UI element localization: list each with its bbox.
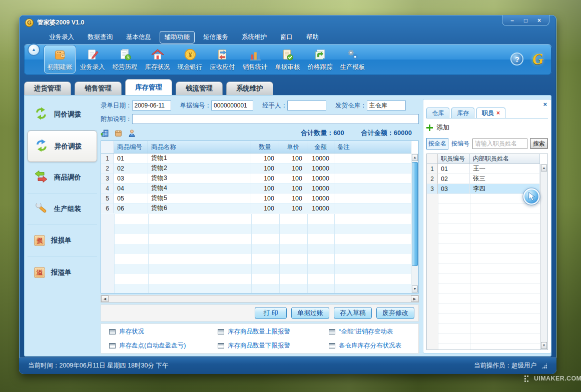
tab-cashflow[interactable]: 钱流管理 xyxy=(176,82,223,95)
scroll-right-icon[interactable]: ▶ xyxy=(411,296,418,302)
resize-grip[interactable] xyxy=(541,363,547,369)
close-panel-icon[interactable]: × xyxy=(543,101,547,108)
search-button[interactable]: 搜索 xyxy=(530,138,548,149)
menu-system-maintenance[interactable]: 系统维护 xyxy=(237,31,272,44)
close-tab-icon[interactable]: × xyxy=(496,110,500,116)
menu-sms-service[interactable]: 短信服务 xyxy=(198,31,233,44)
toolbar-button-voucher-audit[interactable]: 单据审核 xyxy=(272,46,303,74)
discard-changes-button[interactable]: 废弃修改 xyxy=(376,307,414,319)
toolbar-button-production-template[interactable]: 生产模板 xyxy=(337,46,368,74)
sidebar-label: 异价调拨 xyxy=(55,142,82,151)
toolbar-button-price-tracking[interactable]: 价格跟踪 xyxy=(304,46,336,74)
scroll-left-icon[interactable]: ◀ xyxy=(101,296,109,302)
overflow-stamp-icon: 溢 xyxy=(34,267,45,278)
minimize-button[interactable]: – xyxy=(505,16,519,26)
doc-no-input[interactable] xyxy=(211,100,253,110)
sidebar-item-loss-report[interactable]: 损 报损单 xyxy=(28,225,97,256)
link-inventory-status[interactable]: 库存状况 xyxy=(109,328,218,336)
post-voucher-button[interactable]: 单据过账 xyxy=(291,307,329,319)
tab-stock[interactable]: 库存 xyxy=(451,108,474,118)
toolbar-button-sales-statistics[interactable]: 销售统计 xyxy=(239,46,271,74)
add-row[interactable]: 添加 xyxy=(426,122,548,133)
wallet-icon xyxy=(53,48,67,62)
menu-data-query[interactable]: 数据查询 xyxy=(83,31,118,44)
sidebar-item-production-assembly[interactable]: 生产组装 xyxy=(28,194,97,225)
close-button[interactable]: × xyxy=(532,16,546,26)
warehouse-label: 发货仓库： xyxy=(335,102,367,110)
link-stocktake[interactable]: 库存盘点(自动盘盈盘亏) xyxy=(109,342,218,350)
goods-box-icon[interactable] xyxy=(114,129,123,138)
link-qty-upper-limit-alarm[interactable]: 库存商品数量上限报警 xyxy=(218,328,329,336)
table-row[interactable]: 505货物510010010000 xyxy=(101,194,411,204)
date-input[interactable] xyxy=(132,100,171,110)
table-row[interactable]: 404货物410010010000 xyxy=(101,184,411,194)
sidebar-item-overflow-report[interactable]: 溢 报溢单 xyxy=(28,256,97,288)
tab-employee[interactable]: 职员× xyxy=(476,108,505,118)
header-row-number xyxy=(427,154,438,164)
tab-system[interactable]: 系统维护 xyxy=(226,82,273,95)
link-qty-lower-limit-alarm[interactable]: 库存商品数量下限报警 xyxy=(218,342,329,350)
handler-input[interactable] xyxy=(287,100,326,110)
sidebar-item-goods-price-adjust[interactable]: 商品调价 xyxy=(28,162,97,194)
tab-purchase[interactable]: 进货管理 xyxy=(24,82,71,95)
employee-row[interactable]: 101王一 xyxy=(427,164,540,174)
toolbar-button-initial-setup[interactable]: 初期建账 xyxy=(44,46,76,74)
toolbar-button-receivable-payable[interactable]: 应收应付 xyxy=(207,46,238,74)
form-row-1: 录单日期： 单据编号： 经手人： 发货仓库： xyxy=(101,100,419,111)
filter-by-code-button[interactable]: 按编号 xyxy=(451,138,470,149)
scrollbar-thumb[interactable] xyxy=(412,162,418,266)
employee-person-icon[interactable] xyxy=(128,129,136,138)
employee-row-selected[interactable]: 303李四 xyxy=(427,184,540,194)
sidebar-label: 报损单 xyxy=(51,236,72,245)
desktop: G 管家婆2009 V1.0 – □ × 业务录入 数据查询 基本信息 辅助功能… xyxy=(0,0,581,392)
menu-help[interactable]: 帮助 xyxy=(301,31,324,44)
help-icon[interactable]: ? xyxy=(510,52,523,66)
tab-warehouse[interactable]: 仓库 xyxy=(426,108,449,118)
maximize-button[interactable]: □ xyxy=(519,16,532,26)
print-button[interactable]: 打 印 xyxy=(255,307,287,319)
table-row[interactable]: 101货物110010010000 xyxy=(101,154,411,164)
header-employee-name: 内部职员姓名 xyxy=(470,154,540,164)
scroll-up-icon[interactable]: ▲ xyxy=(412,154,418,161)
toolbar-button-business-entry[interactable]: 业务录入 xyxy=(77,46,108,74)
collapse-toolbar-button[interactable]: ▲ xyxy=(28,44,40,56)
employee-table-header: 职员编号 内部职员姓名 xyxy=(427,154,540,164)
toolbar-button-inventory-status[interactable]: 库存状况 xyxy=(142,46,173,74)
document-clock-icon xyxy=(118,48,132,62)
doc-no-label: 单据编号： xyxy=(180,102,212,110)
table-row[interactable]: 606货物610010010000 xyxy=(101,204,411,214)
empty-rows-area xyxy=(101,214,411,293)
vertical-scrollbar[interactable]: ▲ ▼ xyxy=(411,154,418,293)
link-all-in-one-flow-report[interactable]: “全能”进销存变动表 xyxy=(329,328,418,336)
menu-business-entry[interactable]: 业务录入 xyxy=(44,31,79,44)
scroll-down-icon[interactable]: ▼ xyxy=(412,286,418,292)
tab-sales[interactable]: 销售管理 xyxy=(75,82,122,95)
brand-logo-icon: G xyxy=(532,51,544,67)
scroll-up-icon[interactable]: ▲ xyxy=(541,164,547,172)
vertical-scrollbar[interactable]: ▲ ▼ xyxy=(540,164,547,350)
warehouse-input[interactable] xyxy=(367,100,406,110)
horizontal-scrollbar[interactable]: ◀ ▶ xyxy=(101,295,419,302)
table-row[interactable]: 303货物310010010000 xyxy=(101,174,411,184)
save-draft-button[interactable]: 存入草稿 xyxy=(334,307,372,319)
form-row-2: 附加说明： xyxy=(101,114,419,124)
employee-row[interactable]: 202张三 xyxy=(427,174,540,184)
menu-auxiliary-functions[interactable]: 辅助功能 xyxy=(160,31,195,44)
employee-search-input[interactable] xyxy=(472,138,527,149)
document-arrows-icon xyxy=(216,48,230,62)
tab-inventory[interactable]: 库存管理 xyxy=(125,79,172,95)
action-button-bar: 打 印 单据过账 存入草稿 废弃修改 xyxy=(101,304,419,322)
toolbar-label: 库存状况 xyxy=(145,63,170,72)
sidebar-item-same-price-transfer[interactable]: 同价调拨 xyxy=(28,99,97,130)
sidebar-item-diff-price-transfer[interactable]: 异价调拨 xyxy=(28,130,97,162)
note-input[interactable] xyxy=(132,114,419,124)
scroll-down-icon[interactable]: ▼ xyxy=(541,342,547,349)
filter-by-name-button[interactable]: 按全名 xyxy=(426,138,448,150)
table-row[interactable]: 202货物210010010000 xyxy=(101,164,411,174)
menu-window[interactable]: 窗口 xyxy=(275,31,298,44)
link-warehouse-distribution[interactable]: 各仓库库存分布状况表 xyxy=(329,342,418,350)
menu-basic-info[interactable]: 基本信息 xyxy=(121,31,156,44)
toolbar-button-cash-bank[interactable]: ¥ 现金银行 xyxy=(174,46,206,74)
warehouse-building-icon[interactable] xyxy=(101,129,109,138)
toolbar-button-operation-history[interactable]: 经营历程 xyxy=(109,46,141,74)
